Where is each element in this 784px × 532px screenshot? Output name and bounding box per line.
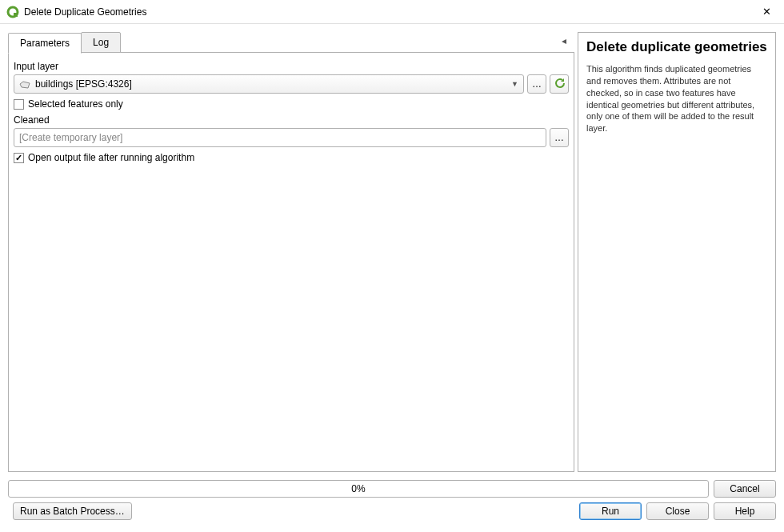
output-path-input[interactable] <box>14 128 546 147</box>
parameters-panel: Input layer buildings [EPSG:4326] ▼ … <box>8 52 574 472</box>
titlebar: Delete Duplicate Geometries ✕ <box>0 0 784 24</box>
iterate-icon <box>554 78 565 91</box>
bottom-area: 0% Cancel Run as Batch Process… Run Clos… <box>0 480 784 528</box>
tab-log[interactable]: Log <box>81 32 121 53</box>
ellipsis-icon: … <box>532 78 542 90</box>
input-layer-dropdown[interactable]: buildings [EPSG:4326] ▼ <box>14 74 524 94</box>
run-button[interactable]: Run <box>579 502 642 520</box>
input-layer-label: Input layer <box>14 61 569 72</box>
close-icon[interactable]: ✕ <box>755 6 778 18</box>
output-browse-button[interactable]: … <box>550 128 569 147</box>
svg-marker-2 <box>20 82 30 88</box>
selected-only-label: Selected features only <box>28 98 123 110</box>
polygon-layer-icon <box>19 80 30 88</box>
help-button[interactable]: Help <box>714 502 776 520</box>
help-title: Delete duplicate geometries <box>586 39 767 55</box>
open-output-checkbox[interactable] <box>14 153 24 163</box>
open-output-label: Open output file after running algorithm <box>28 152 194 163</box>
tab-parameters[interactable]: Parameters <box>8 33 82 54</box>
help-body: This algorithm finds duplicated geometri… <box>586 63 767 134</box>
left-pane: ◂ Parameters Log Input layer buildings [… <box>8 32 574 472</box>
output-label: Cleaned <box>14 114 569 126</box>
progress-bar: 0% <box>8 480 709 498</box>
chevron-down-icon: ▼ <box>511 80 518 88</box>
window-title: Delete Duplicate Geometries <box>24 6 755 18</box>
svg-rect-1 <box>14 13 18 17</box>
input-layer-value: buildings [EPSG:4326] <box>35 78 511 90</box>
cancel-button[interactable]: Cancel <box>714 480 776 498</box>
tab-bar: Parameters Log <box>8 32 574 53</box>
help-panel: Delete duplicate geometries This algorit… <box>578 32 776 472</box>
close-button[interactable]: Close <box>646 502 709 520</box>
iterate-button[interactable] <box>550 74 569 94</box>
selected-only-checkbox[interactable] <box>14 99 24 110</box>
ellipsis-icon: … <box>554 132 564 143</box>
qgis-icon <box>6 6 19 18</box>
progress-text: 0% <box>351 483 365 494</box>
batch-button[interactable]: Run as Batch Process… <box>13 502 132 520</box>
content-area: ◂ Parameters Log Input layer buildings [… <box>0 24 784 480</box>
input-browse-button[interactable]: … <box>527 74 546 94</box>
